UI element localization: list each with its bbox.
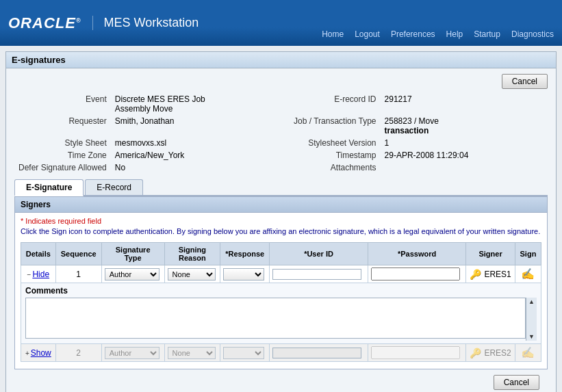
- oracle-logo: ORACLE®: [8, 14, 81, 32]
- attachments-label: Attachments: [290, 161, 381, 174]
- panel-title: E-signatures: [6, 52, 556, 68]
- col-password: *Password: [368, 243, 466, 265]
- row2-key-icon: 🔑: [470, 348, 481, 358]
- row1-response-cell: [220, 265, 270, 283]
- erecord-id-label: E-record ID: [290, 93, 381, 115]
- row1-response-select[interactable]: [223, 268, 264, 280]
- tab-esignature[interactable]: E-Signature: [14, 179, 84, 196]
- row2-show-link[interactable]: Show: [31, 348, 51, 358]
- attachments-value: [381, 161, 548, 174]
- col-sig-type: SignatureType: [101, 243, 164, 265]
- timezone-value: America/New_York: [111, 149, 290, 161]
- timezone-label: Time Zone: [14, 149, 111, 161]
- stylesheet-value: mesmovxs.xsl: [111, 137, 290, 149]
- col-signer: Signer: [466, 243, 515, 265]
- event-value: Discrete MES ERES Job Assembly Move: [111, 93, 290, 115]
- comments-label: Comments: [25, 286, 537, 296]
- timestamp-value: 29-APR-2008 11:29:04: [381, 149, 548, 161]
- row1-minus-icon: −: [27, 271, 31, 278]
- row2-password-input: [371, 346, 460, 359]
- row2-sig-type-cell: Author: [101, 344, 164, 362]
- requester-value: Smith, Jonathan: [111, 115, 290, 137]
- row1-userid-cell: [270, 265, 368, 283]
- top-cancel-row: Cancel: [14, 74, 548, 89]
- row1-sign-button[interactable]: ✍: [521, 267, 535, 280]
- col-user-id: *User ID: [270, 243, 368, 265]
- nav-home[interactable]: Home: [322, 29, 344, 39]
- row2-signer-name: ERES2: [484, 348, 511, 358]
- row1-password-input[interactable]: [371, 267, 460, 280]
- bottom-cancel-row: Cancel: [14, 369, 548, 392]
- nav-help[interactable]: Help: [446, 29, 463, 39]
- row1-signer-cell: 🔑 ERES1: [466, 265, 515, 283]
- row1-sign-cell: ✍: [515, 265, 541, 283]
- nav-logout[interactable]: Logout: [355, 29, 380, 39]
- stylesheet-ver-label: Stylesheet Version: [290, 137, 381, 149]
- comments-wrapper: ▲ ▼: [25, 298, 537, 341]
- nav-diagnostics[interactable]: Diagnostics: [511, 29, 554, 39]
- signers-section: Signers * Indicates required field Click…: [14, 196, 548, 369]
- timestamp-label: Timestamp: [290, 149, 381, 161]
- scroll-up-icon[interactable]: ▲: [528, 298, 535, 305]
- row1-key-icon: 🔑: [470, 269, 481, 280]
- job-trans-value: 258823 / Move transaction: [381, 115, 548, 137]
- row2-reason-cell: None: [164, 344, 220, 362]
- job-trans-label: Job / Transaction Type: [290, 115, 381, 137]
- row1-sequence: 1: [55, 265, 101, 283]
- col-response: *Response: [220, 243, 270, 265]
- top-cancel-button[interactable]: Cancel: [502, 74, 548, 89]
- header: ORACLE® MES Workstation Home Logout Pref…: [0, 0, 562, 46]
- app-title: MES Workstation: [92, 16, 199, 30]
- row2-signer-cell: 🔑 ERES2: [466, 344, 515, 362]
- content-area: E-signatures Cancel Event Discrete MES E…: [0, 46, 562, 392]
- row2-response-select: [223, 347, 264, 359]
- row2-userid-input: [272, 348, 361, 358]
- signer-row-1: −Hide 1 Author Reviewer Approver: [21, 265, 541, 283]
- col-sequence: Sequence: [55, 243, 101, 265]
- row2-signature-type-select: Author: [105, 347, 159, 359]
- defer-label: Defer Signature Allowed: [14, 161, 111, 174]
- requester-label: Requester: [14, 115, 111, 137]
- main-nav: Home Logout Preferences Help Startup Dia…: [322, 29, 554, 39]
- row1-signer-name: ERES1: [484, 270, 511, 279]
- oracle-brand: ORACLE®: [8, 14, 81, 32]
- signer-table: Details Sequence SignatureType SigningRe…: [21, 242, 541, 362]
- row2-userid-cell: [270, 344, 368, 362]
- row1-signature-type-select[interactable]: Author Reviewer Approver: [105, 268, 159, 280]
- col-sign: Sign: [515, 243, 541, 265]
- signers-header: Signers: [15, 197, 547, 213]
- row2-plus-icon: +: [25, 350, 29, 357]
- bottom-cancel-button[interactable]: Cancel: [494, 375, 539, 390]
- row2-sign-cell: ✍: [515, 344, 541, 362]
- stylesheet-label: Style Sheet: [14, 137, 111, 149]
- tab-erecord[interactable]: E-Record: [85, 179, 143, 195]
- nav-preferences[interactable]: Preferences: [391, 29, 435, 39]
- stylesheet-ver-value: 1: [381, 137, 548, 149]
- info-table: Event Discrete MES ERES Job Assembly Mov…: [14, 93, 548, 174]
- scroll-indicator: ▲ ▼: [526, 298, 537, 341]
- row2-signing-reason-select: None: [168, 347, 216, 359]
- nav-startup[interactable]: Startup: [474, 29, 500, 39]
- comments-textarea[interactable]: [25, 298, 526, 339]
- row2-password-cell: [368, 344, 466, 362]
- col-details: Details: [21, 243, 56, 265]
- esignatures-panel: E-signatures Cancel Event Discrete MES E…: [5, 51, 557, 392]
- row1-hide-link[interactable]: Hide: [32, 270, 49, 279]
- row1-details: −Hide: [21, 265, 56, 283]
- required-note: * Indicates required field: [21, 217, 541, 225]
- row2-response-cell: [220, 344, 270, 362]
- row1-userid-input[interactable]: [272, 269, 361, 280]
- signers-body: * Indicates required field Click the Sig…: [15, 213, 547, 369]
- row1-sig-type-cell: Author Reviewer Approver: [101, 265, 164, 283]
- row1-signing-reason-select[interactable]: None Agreed Disagreed: [168, 268, 216, 280]
- event-label: Event: [14, 93, 111, 115]
- panel-body: Cancel Event Discrete MES ERES Job Assem…: [6, 68, 556, 392]
- row2-details: +Show: [21, 344, 56, 362]
- col-sign-reason: SigningReason: [164, 243, 220, 265]
- comments-cell: Comments ▲ ▼: [21, 283, 541, 344]
- comments-row: Comments ▲ ▼: [21, 283, 541, 344]
- erecord-id-value: 291217: [381, 93, 548, 115]
- row2-sign-button: ✍: [521, 346, 535, 359]
- defer-value: No: [111, 161, 290, 174]
- scroll-down-icon[interactable]: ▼: [528, 333, 535, 340]
